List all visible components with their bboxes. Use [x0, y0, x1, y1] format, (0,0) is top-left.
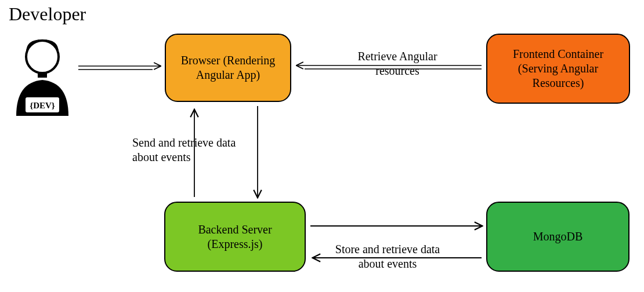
label-retrieve-angular: Retrieve Angular resources	[337, 49, 458, 78]
arrow-developer-to-browser	[78, 66, 160, 70]
svg-point-0	[26, 41, 59, 73]
node-browser: Browser (Rendering Angular App)	[165, 34, 291, 102]
dev-badge-text: {DEV}	[30, 101, 55, 110]
developer-title: Developer	[9, 3, 86, 25]
diagram-stage: Developer {DEV} Browser (Rendering Angul…	[0, 0, 644, 292]
svg-rect-1	[38, 72, 47, 78]
label-store-retrieve-events: Store and retrieve data about events	[324, 242, 451, 271]
node-mongodb: MongoDB	[486, 202, 629, 272]
label-send-retrieve-events: Send and retrieve data about events	[132, 136, 248, 165]
developer-icon: {DEV}	[10, 29, 74, 122]
node-backend-server: Backend Server (Express.js)	[164, 202, 306, 272]
node-frontend-container: Frontend Container (Serving Angular Reso…	[486, 34, 630, 104]
svg-rect-2	[26, 97, 59, 112]
